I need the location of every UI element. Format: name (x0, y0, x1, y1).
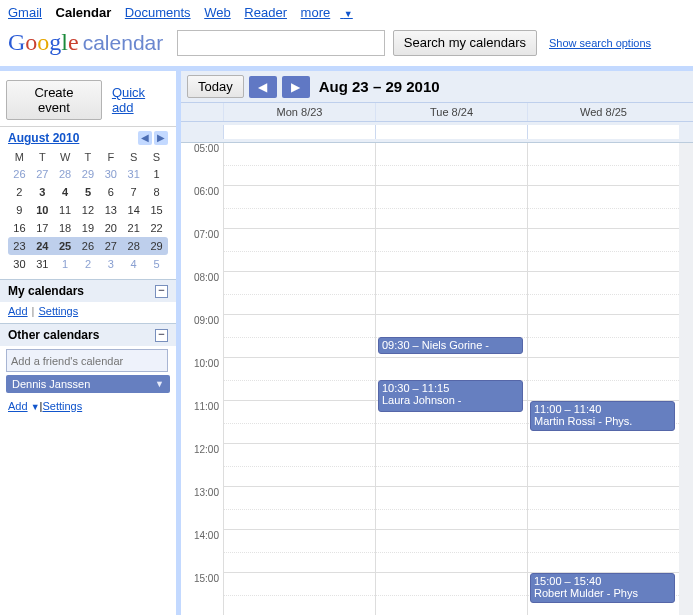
day-column-header[interactable]: Mon 8/23 (223, 103, 375, 121)
collapse-icon[interactable]: − (155, 285, 168, 298)
nav-gmail[interactable]: Gmail (8, 5, 42, 20)
prev-week-button[interactable]: ◀ (249, 76, 277, 98)
allday-row (181, 122, 693, 143)
mini-day[interactable]: 4 (54, 183, 77, 201)
calendar-event[interactable]: 10:30 – 11:15Laura Johnson - (378, 380, 523, 412)
mini-day[interactable]: 2 (77, 255, 100, 273)
add-friend-calendar-input[interactable] (6, 349, 168, 372)
nav-web[interactable]: Web (204, 5, 231, 20)
logo: Googlecalendar (8, 29, 163, 56)
mini-day[interactable]: 15 (145, 201, 168, 219)
time-grid[interactable]: 05:0006:0007:0008:0009:0010:0011:0012:00… (181, 143, 693, 615)
othercals-settings[interactable]: Settings (42, 400, 82, 412)
mini-day[interactable]: 1 (145, 165, 168, 183)
mini-day[interactable]: 28 (122, 237, 145, 255)
mini-day[interactable]: 23 (8, 237, 31, 255)
mini-day[interactable]: 27 (31, 165, 54, 183)
mini-day[interactable]: 21 (122, 219, 145, 237)
hour-label: 11:00 (194, 401, 219, 412)
next-week-button[interactable]: ▶ (282, 76, 310, 98)
mini-day[interactable]: 24 (31, 237, 54, 255)
mini-day[interactable]: 29 (145, 237, 168, 255)
day-column[interactable]: 09:30 – Niels Gorine - Massa10:30 – 11:1… (375, 143, 527, 615)
mini-day[interactable]: 31 (122, 165, 145, 183)
mini-day[interactable]: 4 (122, 255, 145, 273)
mini-dow: S (145, 149, 168, 165)
mini-next-button[interactable]: ▶ (154, 131, 168, 145)
nav-documents[interactable]: Documents (125, 5, 191, 20)
allday-cell[interactable] (527, 125, 679, 139)
collapse-icon[interactable]: − (155, 329, 168, 342)
mini-prev-button[interactable]: ◀ (138, 131, 152, 145)
mini-day[interactable]: 7 (122, 183, 145, 201)
othercals-add[interactable]: Add (8, 400, 28, 412)
search-input[interactable] (177, 30, 385, 56)
search-form: Search my calendars (177, 30, 537, 56)
hour-label: 14:00 (194, 530, 219, 541)
event-time: 15:00 – 15:40 (534, 575, 671, 587)
mini-dow: T (31, 149, 54, 165)
mini-day[interactable]: 5 (77, 183, 100, 201)
mini-month-label[interactable]: August 2010 (8, 131, 79, 145)
mini-day[interactable]: 30 (99, 165, 122, 183)
mycals-add[interactable]: Add (8, 305, 28, 317)
allday-cell[interactable] (375, 125, 527, 139)
mini-day[interactable]: 26 (77, 237, 100, 255)
show-search-options[interactable]: Show search options (549, 37, 651, 49)
nav-reader[interactable]: Reader (244, 5, 287, 20)
today-button[interactable]: Today (187, 75, 244, 98)
create-event-button[interactable]: Create event (6, 80, 102, 120)
mini-day[interactable]: 3 (99, 255, 122, 273)
mini-day[interactable]: 14 (122, 201, 145, 219)
mini-day[interactable]: 13 (99, 201, 122, 219)
mini-day[interactable]: 26 (8, 165, 31, 183)
day-column[interactable] (223, 143, 375, 615)
day-column-header[interactable]: Tue 8/24 (375, 103, 527, 121)
mini-day[interactable]: 11 (54, 201, 77, 219)
hour-label: 09:00 (194, 315, 219, 326)
mini-day[interactable]: 16 (8, 219, 31, 237)
mini-day[interactable]: 1 (54, 255, 77, 273)
mini-day[interactable]: 9 (8, 201, 31, 219)
mini-day[interactable]: 2 (8, 183, 31, 201)
mini-day[interactable]: 12 (77, 201, 100, 219)
mini-day[interactable]: 10 (31, 201, 54, 219)
mini-day[interactable]: 5 (145, 255, 168, 273)
hour-label: 07:00 (194, 229, 219, 240)
allday-cell[interactable] (223, 125, 375, 139)
mini-day[interactable]: 28 (54, 165, 77, 183)
mini-day[interactable]: 18 (54, 219, 77, 237)
mini-day[interactable]: 8 (145, 183, 168, 201)
event-time: 09:30 – (382, 339, 422, 351)
calendar-event[interactable]: 15:00 – 15:40Robert Mulder - Phys (530, 573, 675, 603)
mini-day[interactable]: 29 (77, 165, 100, 183)
mini-day[interactable]: 3 (31, 183, 54, 201)
mini-day[interactable]: 6 (99, 183, 122, 201)
day-column-header[interactable]: Wed 8/25 (527, 103, 679, 121)
mini-day[interactable]: 17 (31, 219, 54, 237)
day-header-row: Mon 8/23Tue 8/24Wed 8/25 (181, 103, 693, 122)
mini-day[interactable]: 20 (99, 219, 122, 237)
chevron-down-icon[interactable]: ▼ (155, 379, 164, 389)
mini-day[interactable]: 31 (31, 255, 54, 273)
quick-add-link[interactable]: Quick add (112, 85, 170, 115)
mini-dow: T (77, 149, 100, 165)
mini-day[interactable]: 25 (54, 237, 77, 255)
mini-day[interactable]: 19 (77, 219, 100, 237)
mycals-settings[interactable]: Settings (38, 305, 78, 317)
nav-more[interactable]: more ▼ (301, 5, 363, 20)
scrollbar[interactable] (679, 143, 693, 615)
event-title: Laura Johnson - (382, 394, 462, 406)
other-calendars-title: Other calendars (8, 328, 99, 342)
hour-label: 13:00 (194, 487, 219, 498)
search-button[interactable]: Search my calendars (393, 30, 537, 56)
mini-day[interactable]: 30 (8, 255, 31, 273)
calendar-event[interactable]: 11:00 – 11:40Martin Rossi - Phys. (530, 401, 675, 431)
day-column[interactable]: 11:00 – 11:40Martin Rossi - Phys.15:00 –… (527, 143, 679, 615)
calendar-event[interactable]: 09:30 – Niels Gorine - Massa (378, 337, 523, 354)
event-title: Robert Mulder - Phys (534, 587, 638, 599)
other-calendar-item[interactable]: Dennis Janssen ▼ (6, 375, 170, 393)
view-toolbar: Today ◀ ▶ Aug 23 – 29 2010 (181, 71, 693, 103)
mini-day[interactable]: 27 (99, 237, 122, 255)
mini-day[interactable]: 22 (145, 219, 168, 237)
